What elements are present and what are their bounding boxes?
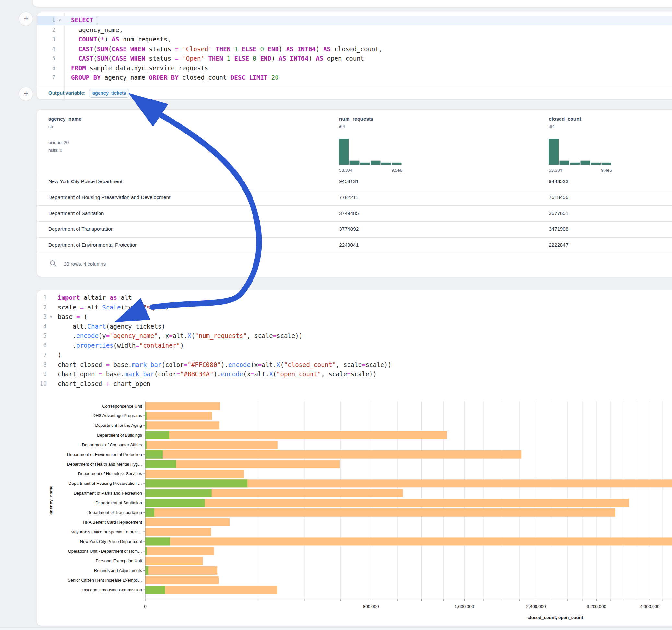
line-number: 4	[37, 44, 55, 54]
previous-cell-edge	[32, 0, 672, 7]
code-text: alt.Chart(agency_tickets)	[55, 322, 672, 332]
code-line[interactable]: 2 agency_name,	[37, 25, 672, 35]
cell-num-requests: 3749485	[339, 210, 359, 216]
x-axis-title: closed_count, open_count	[527, 615, 583, 620]
column-name: num_requests	[339, 116, 402, 122]
output-variable-row: Output variable: agency_tickets	[37, 87, 672, 99]
fold-spacer	[55, 25, 64, 35]
code-line[interactable]: 3∨base = (	[37, 312, 672, 322]
fold-spacer	[47, 369, 55, 379]
search-icon[interactable]	[49, 260, 58, 268]
code-line[interactable]: 1import altair as alt	[37, 293, 672, 303]
line-number: 4	[37, 322, 47, 332]
sql-editor[interactable]: 1∨SELECT2 agency_name,3 COUNT(*) AS num_…	[37, 16, 672, 83]
line-number: 6	[37, 341, 47, 350]
y-tick-label: Correspondence Unit	[102, 404, 142, 409]
fold-spacer	[55, 73, 64, 83]
code-line[interactable]: 7)	[37, 350, 672, 360]
code-line[interactable]: 6 .properties(width="container")	[37, 341, 672, 350]
chart-svg: Correspondence UnitDHS Advantage Program…	[37, 401, 672, 624]
bar-open_count	[145, 508, 154, 516]
add-cell-button-top[interactable]: +	[19, 12, 33, 26]
cell-num-requests: 2240041	[339, 242, 359, 248]
bar-closed_count	[145, 518, 230, 526]
code-line[interactable]: 10chart_closed + chart_open	[37, 379, 672, 389]
line-number: 7	[37, 73, 55, 83]
plus-icon: +	[23, 89, 28, 98]
bar-open_count	[145, 499, 205, 507]
bar-closed_count	[145, 421, 219, 429]
cell-agency-name: Department of Environmental Protection	[48, 242, 138, 248]
code-text: .encode(y="agency_name", x=alt.X("num_re…	[55, 331, 672, 341]
table-row[interactable]: Department of Transportation377489234719…	[37, 221, 672, 238]
bar-open_count	[145, 431, 169, 439]
code-line[interactable]: 8chart_closed = base.mark_bar(color="#FF…	[37, 360, 672, 370]
line-number: 7	[37, 350, 47, 360]
code-line[interactable]: 5 CAST(SUM(CASE WHEN status = 'Open' THE…	[37, 54, 672, 64]
bar-open_count	[145, 451, 163, 459]
add-cell-button-middle[interactable]: +	[19, 87, 33, 101]
code-line[interactable]: 2scale = alt.Scale(type="sqrt")	[37, 303, 672, 312]
code-line[interactable]: 9chart_open = base.mark_bar(color="#8BC3…	[37, 369, 672, 379]
y-tick-label: Department of Housing Preservation …	[68, 481, 142, 486]
column-dtype: i64	[549, 124, 612, 129]
y-tick-label: Department of Homeless Services	[78, 471, 142, 476]
code-text: .properties(width="container")	[55, 341, 672, 350]
code-text: )	[55, 350, 672, 360]
output-variable-pill[interactable]: agency_tickets	[89, 89, 129, 98]
code-line[interactable]: 7GROUP BY agency_name ORDER BY closed_co…	[37, 73, 672, 83]
bar-open_count	[145, 421, 146, 429]
x-tick-label: 3,200,000	[587, 604, 606, 609]
code-text: agency_name,	[64, 25, 672, 35]
code-line[interactable]: 1∨SELECT	[37, 16, 672, 25]
line-number: 5	[37, 54, 55, 64]
line-number: 5	[37, 331, 47, 341]
code-line[interactable]: 4 alt.Chart(agency_tickets)	[37, 322, 672, 332]
hist-max-label: 9.4e6	[601, 168, 612, 173]
code-line[interactable]: 5 .encode(y="agency_name", x=alt.X("num_…	[37, 331, 672, 341]
bar-closed_count	[145, 499, 629, 507]
code-line[interactable]: 4 CAST(SUM(CASE WHEN status = 'Closed' T…	[37, 44, 672, 54]
bar-open_count	[145, 460, 176, 468]
table-row-count: 20 rows, 4 columns	[64, 261, 106, 267]
column-name: closed_count	[549, 116, 612, 122]
fold-spacer	[47, 360, 55, 370]
column-header-closed_count[interactable]: closed_counti6453,3049.4e6	[549, 116, 612, 173]
output-variable-label: Output variable:	[48, 90, 86, 96]
table-row[interactable]: New York City Police Department945313194…	[37, 174, 672, 190]
cell-num-requests: 7782211	[339, 194, 358, 200]
table-card: agency_namestrunique: 20nulls: 0num_requ…	[37, 109, 672, 277]
column-header-agency_name[interactable]: agency_namestrunique: 20nulls: 0	[48, 116, 82, 154]
x-tick-label: 4,000,000	[640, 604, 659, 609]
code-line[interactable]: 6FROM sample_data.nyc.service_requests	[37, 64, 672, 73]
column-dtype: str	[48, 124, 82, 129]
bar-closed_count	[145, 469, 244, 478]
code-line[interactable]: 3 COUNT(*) AS num_requests,	[37, 35, 672, 44]
column-histogram	[549, 138, 612, 166]
bar-open_count	[145, 537, 170, 546]
y-tick-label: Department of Environmental Protection	[67, 452, 142, 457]
code-text: chart_closed + chart_open	[55, 379, 672, 389]
y-tick-label: Taxi and Limousine Commission	[82, 587, 142, 592]
bar-closed_count	[145, 528, 211, 536]
hist-max-label: 9.5e6	[391, 168, 402, 173]
cell-closed-count: 3471908	[549, 226, 568, 232]
cell-agency-name: New York City Police Department	[48, 178, 122, 185]
chevron-down-icon[interactable]: ∨	[55, 16, 64, 25]
python-cell: 1import altair as alt2scale = alt.Scale(…	[37, 290, 672, 626]
python-editor[interactable]: 1import altair as alt2scale = alt.Scale(…	[37, 293, 672, 389]
table-row[interactable]: Department of Environmental Protection22…	[37, 237, 672, 253]
chevron-down-icon[interactable]: ∨	[47, 312, 55, 322]
y-tick-label: Department for the Aging	[95, 423, 142, 428]
table-row[interactable]: Department of Housing Preservation and D…	[37, 190, 672, 206]
bar-closed_count	[145, 412, 212, 420]
bar-closed_count	[145, 557, 202, 565]
code-text: FROM sample_data.nyc.service_requests	[64, 64, 672, 73]
cell-agency-name: Department of Transportation	[48, 226, 114, 232]
y-tick-label: New York City Police Department	[80, 539, 142, 544]
column-header-num_requests[interactable]: num_requestsi6453,3049.5e6	[339, 116, 402, 173]
table-row[interactable]: Department of Sanitation37494853677651	[37, 205, 672, 222]
plus-icon: +	[23, 13, 28, 23]
bar-closed_count	[145, 402, 220, 410]
x-tick-label: 1,600,000	[455, 604, 474, 609]
